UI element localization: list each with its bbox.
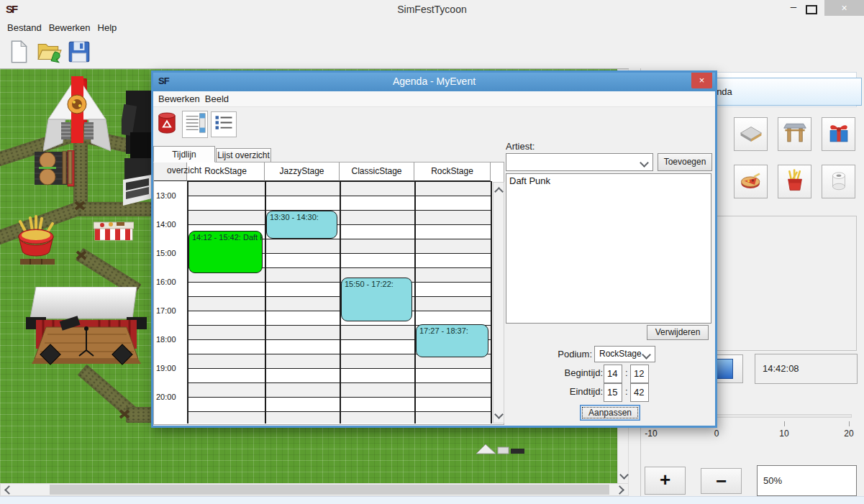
dialog-title: Agenda - MyEvent	[153, 75, 715, 87]
artist-listbox[interactable]: Daft Punk	[506, 173, 711, 324]
bench[interactable]	[62, 151, 73, 187]
time-separator: :	[625, 386, 628, 397]
fries-stand[interactable]	[15, 215, 57, 260]
grid-line	[265, 181, 266, 423]
scroll-left-icon[interactable]	[2, 484, 14, 495]
timeline-view-button[interactable]	[182, 111, 208, 138]
slider-tick	[784, 421, 785, 426]
remove-artist-button[interactable]: Verwijderen	[647, 325, 709, 340]
begin-minute-input[interactable]: 12	[630, 365, 649, 383]
time-label: 14:00	[156, 220, 186, 230]
time-label: 16:00	[156, 278, 186, 288]
dialog-menubar: BewerkenBeeld	[153, 91, 715, 107]
new-file-button[interactable]	[6, 39, 33, 66]
dialog-menu-beeld[interactable]: Beeld	[205, 93, 229, 104]
striped-stand[interactable]	[94, 217, 134, 246]
grid-line	[340, 181, 341, 423]
shop-item-road-tile[interactable]	[734, 117, 768, 151]
zoom-level-display: 50%	[757, 465, 857, 496]
fries-icon	[783, 168, 807, 196]
menu-bestand[interactable]: Bestand	[7, 22, 42, 33]
grid-line	[491, 181, 492, 423]
app-window: SF SimFestTycoon – × BestandBewerkenHelp	[0, 0, 864, 504]
scroll-right-icon[interactable]	[615, 484, 627, 495]
schedule-event[interactable]: 15:50 - 17:22:	[341, 278, 412, 321]
begin-hour-input[interactable]: 14	[604, 365, 622, 383]
column-header: JazzyStage	[265, 162, 340, 181]
scroll-down-icon[interactable]	[618, 470, 629, 482]
shop-item-gate[interactable]	[778, 117, 811, 151]
wood-plank	[20, 255, 55, 267]
time-label: 20:00	[156, 393, 186, 403]
delete-button[interactable]	[156, 113, 178, 137]
schedule-event[interactable]: 14:12 - 15:42: Daft Punk	[188, 231, 263, 273]
maximize-button[interactable]	[806, 5, 817, 14]
new-file-icon	[6, 55, 32, 67]
podium-combobox[interactable]: RockStage	[594, 346, 655, 362]
add-artist-button[interactable]: Toevoegen	[658, 153, 712, 171]
tab-1[interactable]: Tijdlijn overzicht	[153, 146, 215, 162]
shop-item-pizza[interactable]	[734, 165, 768, 198]
tab-2[interactable]: Lijst overzicht	[216, 148, 271, 162]
time-label: 17:00	[156, 306, 186, 316]
time-label: 18:00	[156, 335, 186, 345]
toilet-paper-icon	[827, 168, 851, 196]
grid-vertical-scrollbar[interactable]	[493, 182, 504, 423]
window-titlebar: SF SimFestTycoon – ×	[0, 0, 864, 20]
save-file-button[interactable]	[66, 39, 94, 66]
zoom-out-button[interactable]: −	[701, 468, 742, 494]
scroll-up-icon[interactable]	[493, 184, 504, 196]
festival-tent[interactable]	[43, 75, 111, 158]
close-button[interactable]: ×	[824, 0, 864, 16]
end-hour-input[interactable]: 15	[604, 383, 622, 402]
road-tile-icon	[739, 121, 763, 148]
trash-icon	[157, 112, 177, 138]
podium-combo-value: RockStage	[599, 349, 642, 359]
path-junction-marker	[119, 409, 130, 419]
time-label: 19:00	[156, 364, 186, 374]
artist-label: Artiest:	[506, 141, 535, 152]
dialog-menu-bewerken[interactable]: Bewerken	[158, 93, 200, 104]
main-stage[interactable]	[26, 287, 147, 375]
shop-item-gift[interactable]	[822, 117, 855, 151]
dialog-close-button[interactable]: ×	[691, 73, 712, 88]
save-file-icon	[66, 55, 92, 67]
window-title: SimFestTycoon	[0, 4, 864, 15]
window-toolbar	[0, 36, 864, 68]
map-horizontal-scrollbar[interactable]	[0, 483, 629, 496]
column-header: ClassicStage	[340, 162, 414, 181]
schedule-event[interactable]: 17:27 - 18:37:	[416, 324, 488, 357]
path-junction-marker	[74, 201, 86, 211]
end-time-label: Eindtijd:	[545, 386, 603, 397]
artist-combobox[interactable]	[506, 153, 653, 171]
open-file-button[interactable]	[36, 39, 63, 66]
dialog-titlebar[interactable]: SF Agenda - MyEvent ×	[153, 73, 715, 91]
stage-tower[interactable]	[122, 91, 153, 212]
apply-button[interactable]: Aanpassen	[580, 405, 640, 421]
artist-list-item[interactable]: Daft Punk	[506, 174, 711, 188]
end-minute-input[interactable]: 42	[630, 383, 649, 402]
menu-help[interactable]: Help	[98, 22, 117, 33]
shop-item-toilet-paper[interactable]	[822, 165, 855, 198]
path-junction-marker	[76, 250, 87, 260]
chevron-down-icon	[642, 350, 651, 359]
slider-tick-label: 0	[706, 429, 727, 439]
timeline-view-icon	[183, 111, 206, 138]
slider-tick-label: 20	[838, 429, 860, 439]
podium-label: Podium:	[540, 349, 592, 359]
menu-bewerken[interactable]: Bewerken	[49, 22, 91, 33]
scrollbar-thumb[interactable]	[50, 485, 609, 495]
zoom-in-button[interactable]: +	[645, 467, 686, 495]
shop-item-fries[interactable]	[778, 165, 811, 198]
distant-tent[interactable]	[473, 443, 534, 459]
list-view-button[interactable]	[211, 111, 237, 137]
gift-icon	[827, 121, 851, 148]
schedule-event[interactable]: 13:30 - 14:30:	[266, 211, 337, 239]
schedule-grid-container: RockStageJazzyStageClassicStageRockStage…	[153, 162, 504, 425]
scroll-down-icon[interactable]	[493, 410, 504, 421]
minimize-button[interactable]: –	[784, 0, 803, 16]
grid-line	[187, 181, 188, 423]
grid-line	[414, 181, 416, 423]
chevron-down-icon	[640, 158, 649, 168]
slider-tick-label: -10	[640, 429, 662, 439]
